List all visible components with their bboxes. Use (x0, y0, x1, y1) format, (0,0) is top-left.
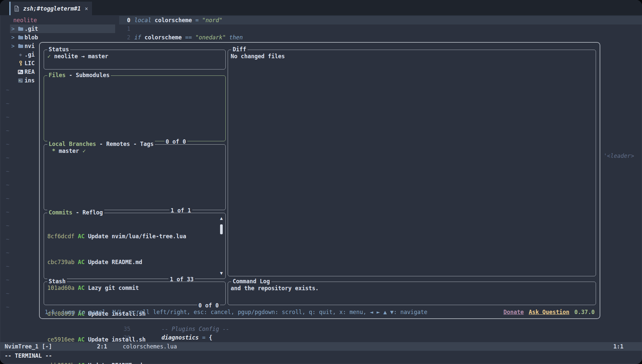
tabline: zsh;#toggleterm#1 × (0, 0, 642, 15)
chevron-right-icon[interactable]: > (9, 43, 17, 49)
filetree-root: neolite (13, 16, 37, 24)
commit-row[interactable]: abb3506b AC Update README.md (47, 361, 217, 364)
folder-icon (17, 26, 24, 31)
line-number: 0 (119, 17, 130, 23)
tab-title: zsh;#toggleterm#1 (23, 5, 81, 12)
status-branch-info: ✓ neolite → master (47, 52, 222, 61)
scroll-up-icon[interactable]: ▲ (219, 216, 224, 220)
folder-icon (17, 44, 24, 48)
panel-branches-tab-active[interactable]: Local Branches (49, 141, 96, 147)
tilde-marker: ~ (6, 222, 9, 236)
tilde-marker: ~ (6, 277, 9, 290)
tilde-column: ~~~~~~~~~~~~~~~~~ (6, 87, 9, 317)
branch-row[interactable]: * master ✓ (52, 147, 222, 155)
sidebar-item-label: .git (24, 25, 38, 32)
sidebar-item-nvim-folder[interactable]: > nvi (9, 42, 35, 50)
tilde-marker: ~ (6, 100, 9, 114)
editor-leader-text: '<leader> (604, 153, 634, 159)
tilde-marker: ~ (6, 127, 9, 141)
lazygit-version: 0.37.0 (574, 309, 595, 315)
git-file-icon: ◈ (17, 52, 24, 58)
line-number: 2 (119, 34, 130, 41)
tilde-marker: ~ (6, 87, 9, 100)
panel-branches-tab-rest[interactable]: - Remotes - Tags (96, 141, 154, 147)
statusline-buffer-name: NvimTree_1 [-] (5, 343, 52, 350)
commit-row[interactable]: cbc739ab AC Update README.md (47, 258, 217, 266)
sidebar-item-label: nvi (24, 43, 35, 49)
commit-row[interactable]: 8cf6dcdf AC Update nvim/lua/file-tree.lu… (47, 232, 217, 241)
tilde-marker: ~ (6, 209, 9, 222)
neovim-window: zsh;#toggleterm#1 × neolite > .git > blo… (0, 0, 642, 364)
editor-line-2[interactable]: 2if colorscheme == "onedark" then (119, 33, 642, 42)
sidebar-item-label: REA (24, 68, 35, 75)
lazygit-float-window: Status ✓ neolite → master Files - Submod… (39, 42, 600, 319)
statusline: NvimTree_1 [-] 2:1 colorschemes.lua 1:1 (0, 342, 642, 351)
sidebar-item-readme[interactable]: M↓ REA (17, 68, 35, 76)
tilde-marker: ~ (6, 182, 9, 195)
panel-command-log[interactable]: Command Log and the repository exists. (228, 282, 596, 305)
terminal-icon: >_ (17, 78, 24, 83)
mode-indicator: -- TERMINAL -- (5, 351, 52, 360)
panel-diff[interactable]: Diff No changed files (228, 50, 596, 276)
sidebar-item-license[interactable]: LIC (17, 59, 35, 68)
panel-branches[interactable]: Local Branches - Remotes - Tags * master… (44, 144, 226, 210)
scrollbar-thumb[interactable] (220, 224, 223, 234)
keybind-hints: 1-5: jump to panel, H/L: scroll left/rig… (45, 309, 428, 315)
commits-scrollbar[interactable]: ▲ ▼ (219, 216, 224, 275)
sidebar-item-gitignore[interactable]: ◈ .gi (17, 50, 35, 59)
tilde-marker: ~ (6, 141, 9, 155)
panel-commits[interactable]: Commits - Reflog 8cf6dcdf AC Update nvim… (44, 213, 226, 279)
file-icon (13, 6, 21, 12)
folder-icon (17, 35, 24, 40)
markdown-icon: M↓ (17, 70, 24, 74)
panel-files-tab-active[interactable]: Files (49, 72, 66, 78)
donate-link[interactable]: Donate (503, 309, 524, 315)
key-icon (17, 61, 24, 66)
panel-stash[interactable]: Stash 0 of 0 (44, 282, 226, 305)
ask-question-link[interactable]: Ask Question (529, 309, 570, 315)
editor-line-1[interactable]: 1 (119, 24, 642, 33)
tilde-marker: ~ (6, 155, 9, 168)
sidebar-item-label: ins (24, 77, 35, 84)
panel-files[interactable]: Files - Submodules 0 of 0 (44, 75, 226, 141)
panel-status[interactable]: Status ✓ neolite → master (44, 50, 226, 69)
panel-status-title: Status (49, 46, 69, 53)
active-tab-indicator (9, 2, 11, 15)
tilde-marker: ~ (6, 290, 9, 304)
tilde-marker: ~ (6, 236, 9, 250)
tab-toggleterm[interactable]: zsh;#toggleterm#1 × (9, 2, 92, 15)
panel-stash-title: Stash (49, 278, 66, 285)
tilde-marker: ~ (6, 195, 9, 209)
diff-content: No changed files (231, 52, 592, 61)
tilde-marker: ~ (6, 168, 9, 182)
tab-close-icon[interactable]: × (85, 5, 88, 12)
line-number: 1 (119, 25, 130, 32)
statusline-filename: colorschemes.lua (123, 343, 177, 350)
sidebar-item-blob-folder[interactable]: > blob (9, 33, 38, 42)
sidebar-item-git-folder[interactable]: > .git (9, 24, 38, 33)
chevron-right-icon[interactable]: > (9, 34, 17, 41)
sidebar-item-label: LIC (24, 60, 35, 67)
tilde-marker: ~ (6, 263, 9, 277)
files-count: 0 of 0 (164, 138, 187, 145)
tilde-marker: ~ (6, 304, 9, 317)
panel-command-log-title: Command Log (233, 278, 270, 285)
command-log-content: and the repository exists. (231, 284, 592, 293)
lazygit-keybind-bar: 1-5: jump to panel, H/L: scroll left/rig… (45, 308, 595, 316)
tilde-marker: ~ (6, 250, 9, 263)
scroll-down-icon[interactable]: ▼ (219, 271, 224, 275)
sidebar-item-label: blob (24, 34, 38, 41)
panel-diff-title: Diff (233, 46, 246, 53)
panel-files-tab-rest[interactable]: - Submodules (66, 72, 110, 78)
statusline-cursor-position: 1:1 (613, 343, 623, 350)
sidebar-item-label: .gi (24, 51, 35, 58)
tilde-marker: ~ (6, 114, 9, 127)
chevron-right-icon[interactable]: > (9, 25, 17, 32)
sidebar-item-install-sh[interactable]: >_ ins (17, 76, 35, 85)
editor-line-0[interactable]: 0local colorscheme = "nord" (119, 16, 642, 24)
statusline-tree-position: 2:1 (97, 343, 107, 350)
